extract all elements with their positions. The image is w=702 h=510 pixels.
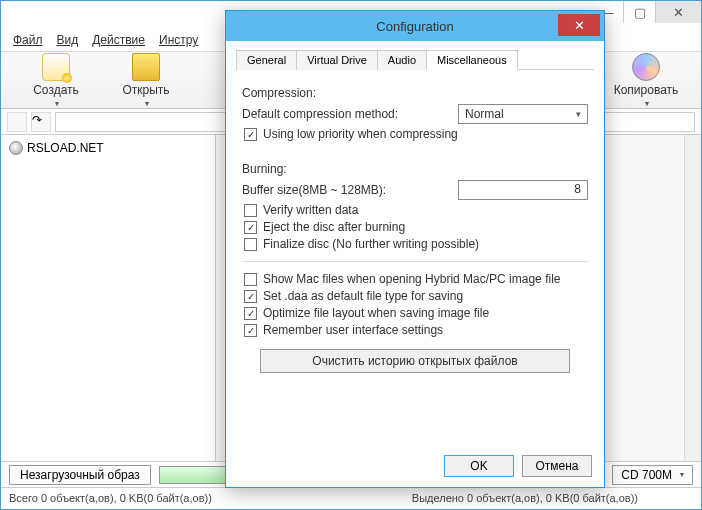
compression-method-select[interactable]: Normal ▾ [458,104,588,124]
menu-action[interactable]: Действие [86,31,151,49]
dialog-titlebar[interactable]: Configuration ✕ [226,11,604,41]
boot-type-button[interactable]: Незагрузочный образ [9,465,151,485]
cancel-button[interactable]: Отмена [522,455,592,477]
tab-virtual-drive[interactable]: Virtual Drive [296,50,378,70]
configuration-dialog: Configuration ✕ General Virtual Drive Au… [225,10,605,488]
copy-button[interactable]: Копировать▾ [601,53,691,108]
clear-history-button[interactable]: Очистить историю открытых файлов [260,349,570,373]
finalize-checkbox[interactable] [244,238,257,251]
total-info: Всего 0 объект(а,ов), 0 KB(0 байт(а,ов)) [9,492,212,504]
open-button[interactable]: Открыть▾ [101,53,191,108]
tab-strip: General Virtual Drive Audio Miscellaneou… [236,49,594,70]
disc-icon [9,141,23,155]
tree-root-item[interactable]: RSLOAD.NET [5,139,211,157]
selected-info: Выделено 0 объект(а,ов), 0 KB(0 байт(а,о… [412,492,638,504]
tab-general[interactable]: General [236,50,297,70]
close-button[interactable]: ✕ [655,1,701,23]
dialog-title: Configuration [376,19,453,34]
tab-miscellaneous[interactable]: Miscellaneous [426,50,518,70]
burning-header: Burning: [242,162,588,176]
menu-tools[interactable]: Инстру [153,31,204,49]
ok-button[interactable]: OK [444,455,514,477]
show-mac-label: Show Mac files when opening Hybrid Mac/P… [263,272,560,286]
verify-checkbox[interactable] [244,204,257,217]
info-bar: Всего 0 объект(а,ов), 0 KB(0 байт(а,ов))… [1,487,701,507]
buffer-size-input[interactable]: 8 [458,180,588,200]
finalize-label: Finalize disc (No further writing possib… [263,237,479,251]
chevron-down-icon: ▾ [576,109,581,119]
remember-checkbox[interactable] [244,324,257,337]
open-folder-icon [132,53,160,81]
low-priority-label: Using low priority when compressing [263,127,458,141]
back-button[interactable] [7,112,27,132]
menu-file[interactable]: Файл [7,31,49,49]
tree-pane: RSLOAD.NET [1,135,216,461]
disc-size-selector[interactable]: CD 700M▾ [612,465,693,485]
menu-view[interactable]: Вид [51,31,85,49]
dialog-close-button[interactable]: ✕ [558,14,600,36]
low-priority-checkbox[interactable] [244,128,257,141]
tab-audio[interactable]: Audio [377,50,427,70]
optimize-checkbox[interactable] [244,307,257,320]
maximize-button[interactable]: ▢ [623,1,655,23]
compression-header: Compression: [242,86,588,100]
up-button[interactable]: ↷ [31,112,51,132]
remember-label: Remember user interface settings [263,323,443,337]
verify-label: Verify written data [263,203,358,217]
set-daa-checkbox[interactable] [244,290,257,303]
new-file-icon [42,53,70,81]
create-button[interactable]: Создать▾ [11,53,101,108]
compression-method-label: Default compression method: [242,107,398,121]
eject-label: Eject the disc after burning [263,220,405,234]
show-mac-checkbox[interactable] [244,273,257,286]
dialog-footer: OK Отмена [444,455,592,477]
dialog-body: Compression: Default compression method:… [226,70,604,383]
copy-disc-icon [632,53,660,81]
eject-checkbox[interactable] [244,221,257,234]
optimize-label: Optimize file layout when saving image f… [263,306,489,320]
buffer-size-label: Buffer size(8MB ~ 128MB): [242,183,386,197]
set-daa-label: Set .daa as default file type for saving [263,289,463,303]
